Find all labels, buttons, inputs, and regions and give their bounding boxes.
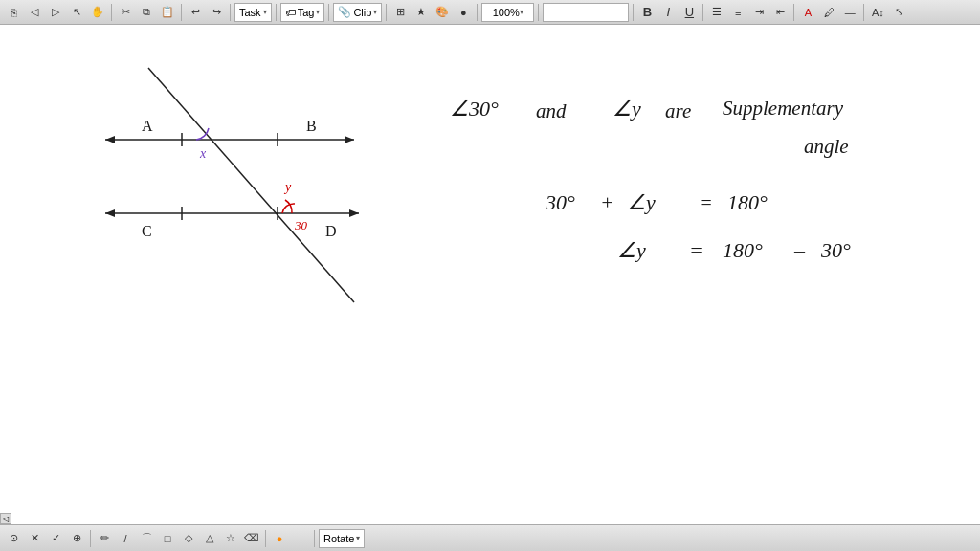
label-30: 30	[295, 218, 307, 233]
rotate-label: Rotate	[323, 533, 354, 544]
task-dropdown[interactable]: Task ▾	[234, 3, 272, 22]
toolbar-icon-3[interactable]: ▷	[46, 3, 65, 22]
svg-marker-6	[105, 209, 115, 217]
bottom-sep-2	[265, 530, 266, 547]
math-supplementary: Supplementary	[723, 97, 843, 121]
clip-icon: 📎	[338, 6, 351, 18]
paint-icon[interactable]: 🎨	[433, 3, 452, 22]
sep-1	[111, 4, 112, 21]
bottom-icon-1[interactable]: ⊙	[4, 529, 23, 548]
sep-7	[477, 4, 478, 21]
scroll-indicator[interactable]: ◁	[0, 513, 11, 524]
sep-2	[181, 4, 182, 21]
search-input[interactable]	[543, 3, 629, 22]
math-angle-30: ∠30°	[450, 97, 499, 121]
math-30deg: 30°	[546, 190, 575, 215]
label-c: C	[142, 223, 152, 240]
indent-icon[interactable]: ⇥	[749, 3, 768, 22]
math-and: and	[536, 99, 567, 123]
bottom-sep-1	[90, 530, 91, 547]
bottom-shape-icon[interactable]: ◇	[179, 529, 198, 548]
rotate-dropdown[interactable]: Rotate ▾	[319, 529, 365, 548]
label-x: x	[200, 146, 206, 162]
underline-button[interactable]: U	[679, 3, 699, 22]
math-equals2: =	[689, 238, 703, 263]
paste-icon[interactable]: 📋	[158, 3, 177, 22]
list2-icon[interactable]: ≡	[728, 3, 747, 22]
svg-marker-7	[349, 209, 359, 217]
italic-button[interactable]: I	[658, 3, 678, 22]
tag-arrow: ▾	[316, 8, 320, 16]
label-a: A	[142, 118, 153, 135]
task-arrow: ▾	[263, 8, 267, 16]
sep-6	[386, 4, 387, 21]
math-30deg2: 30°	[821, 238, 851, 263]
expand-icon[interactable]: ⤡	[889, 3, 908, 22]
toolbar-icon-1[interactable]: ⎘	[4, 3, 23, 22]
task-label: Task	[239, 7, 261, 18]
bottom-pencil-icon[interactable]: ✏	[95, 529, 114, 548]
hand-icon[interactable]: ✋	[88, 3, 107, 22]
star-icon[interactable]: ★	[412, 3, 431, 22]
sep-10	[702, 4, 703, 21]
tag-label: Tag	[298, 7, 315, 18]
bottom-line-icon[interactable]: /	[116, 529, 135, 548]
bold-button[interactable]: B	[637, 3, 657, 22]
highlight-icon[interactable]: 🖊	[819, 3, 838, 22]
more-icon[interactable]: A↕	[868, 3, 887, 22]
cut-icon[interactable]: ✂	[116, 3, 135, 22]
sep-12	[863, 4, 864, 21]
bottom-color-icon[interactable]: ●	[270, 529, 289, 548]
undo-icon[interactable]: ↩	[186, 3, 205, 22]
math-180deg2: 180°	[723, 238, 763, 263]
math-angle-y: ∠y	[612, 97, 641, 121]
sep-4	[276, 4, 277, 21]
label-d: D	[325, 223, 337, 240]
bottom-rect-icon[interactable]: □	[158, 529, 177, 548]
redo-icon[interactable]: ↪	[207, 3, 226, 22]
layout-icon[interactable]: ⊞	[390, 3, 410, 22]
math-angle-word: angle	[804, 135, 849, 159]
label-y: y	[285, 180, 291, 195]
bottom-star2-icon[interactable]: ☆	[221, 529, 240, 548]
svg-marker-1	[105, 136, 115, 143]
toolbar-icon-2[interactable]: ◁	[25, 3, 44, 22]
list-icon[interactable]: ☰	[707, 3, 726, 22]
bottom-icon-3[interactable]: ✓	[46, 529, 65, 548]
math-are: are	[665, 99, 691, 123]
bottom-icon-2[interactable]: ✕	[25, 529, 44, 548]
bottom-icon-4[interactable]: ⊕	[67, 529, 86, 548]
svg-line-10	[148, 68, 354, 302]
canvas[interactable]: A B C D x y 30 ∠30° and ∠y are Supplemen…	[0, 25, 980, 524]
bottom-fill-icon[interactable]: —	[291, 529, 310, 548]
svg-marker-2	[345, 136, 354, 143]
color-icon[interactable]: ●	[454, 3, 473, 22]
tag-icon: 🏷	[285, 7, 296, 18]
sep-8	[538, 4, 539, 21]
bottom-toolbar[interactable]: ⊙ ✕ ✓ ⊕ ✏ / ⌒ □ ◇ △ ☆ ⌫ ● — Rotate ▾	[0, 524, 980, 551]
copy-icon[interactable]: ⧉	[137, 3, 156, 22]
bottom-poly-icon[interactable]: △	[200, 529, 219, 548]
clip-label: Clip	[353, 7, 371, 18]
sep-3	[230, 4, 231, 21]
outdent-icon[interactable]: ⇤	[770, 3, 790, 22]
line-color-icon[interactable]: —	[840, 3, 859, 22]
main-content: A B C D x y 30 ∠30° and ∠y are Supplemen…	[0, 25, 980, 524]
bottom-eraser-icon[interactable]: ⌫	[242, 529, 261, 548]
top-toolbar[interactable]: ⎘ ◁ ▷ ↖ ✋ ✂ ⧉ 📋 ↩ ↪ Task ▾ 🏷 Tag ▾ 📎 Cli…	[0, 0, 980, 25]
bottom-curve-icon[interactable]: ⌒	[137, 529, 156, 548]
rotate-arrow: ▾	[356, 534, 360, 542]
math-180deg: 180°	[727, 190, 768, 215]
sep-11	[793, 4, 794, 21]
sep-9	[633, 4, 634, 21]
cursor-icon[interactable]: ↖	[67, 3, 86, 22]
math-angle-y3: ∠y	[617, 238, 646, 263]
font-color-icon[interactable]: A	[798, 3, 817, 22]
sep-5	[328, 4, 329, 21]
tag-dropdown[interactable]: 🏷 Tag ▾	[280, 3, 325, 22]
math-equals1: =	[699, 190, 713, 215]
zoom-arrow: ▾	[520, 8, 523, 16]
zoom-dropdown[interactable]: 100% ▾	[481, 3, 534, 22]
math-minus: –	[794, 238, 805, 263]
clip-dropdown[interactable]: 📎 Clip ▾	[333, 3, 382, 22]
